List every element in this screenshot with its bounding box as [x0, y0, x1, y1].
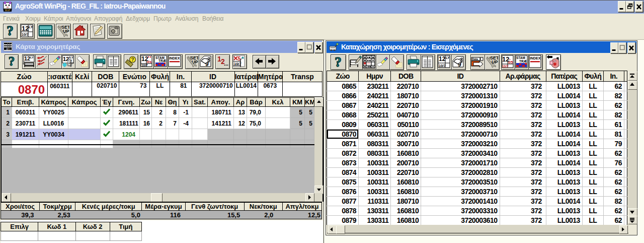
svg-text:10/7: 10/7 [439, 64, 446, 68]
svg-text:LY: LY [446, 56, 450, 59]
svg-text:?: ? [131, 57, 134, 63]
svg-text:WnP: WnP [5, 9, 11, 12]
svg-text:LY: LY [29, 25, 33, 29]
svg-text:?: ? [9, 55, 15, 68]
svg-text:INDEX: INDEX [169, 56, 180, 60]
svg-text:TRÆ: TRÆ [158, 59, 167, 63]
svg-text:?: ? [335, 55, 342, 69]
svg-text:12: 12 [22, 25, 29, 32]
svg-text:...: ... [224, 60, 228, 67]
svg-text:INDEX: INDEX [530, 56, 541, 60]
svg-text:STAM: STAM [516, 56, 525, 59]
svg-text:LY: LY [30, 56, 34, 59]
svg-text:12: 12 [439, 55, 446, 63]
svg-text:10/7: 10/7 [141, 64, 148, 67]
svg-text:10/7: 10/7 [234, 62, 242, 66]
svg-text:TRÆ: TRÆ [519, 59, 527, 63]
svg-text:10/7: 10/7 [502, 65, 509, 68]
svg-text:10/7: 10/7 [22, 33, 29, 36]
svg-text:?: ? [7, 24, 14, 37]
svg-text:S: S [67, 57, 72, 68]
svg-text:Data: Data [472, 57, 478, 60]
svg-text:12: 12 [24, 55, 30, 62]
